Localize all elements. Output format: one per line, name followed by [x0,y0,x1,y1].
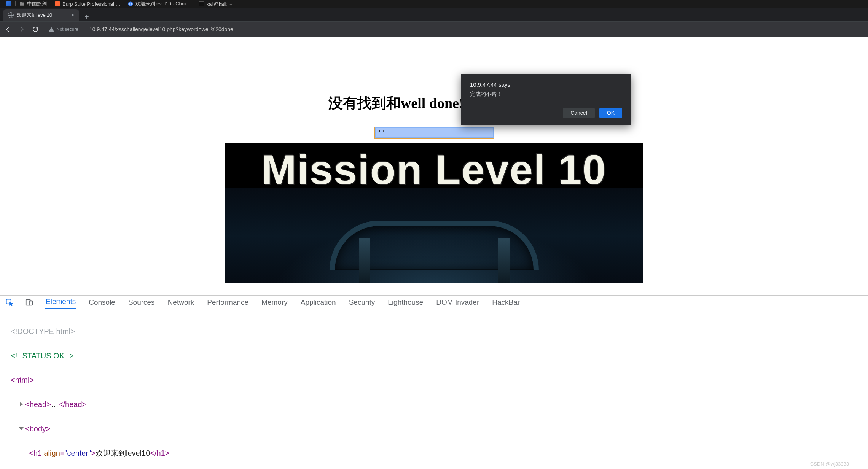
taskbar-item-label: kali@kali: ~ [206,1,232,7]
devtools-tab-console[interactable]: Console [88,296,116,309]
mission-pillar [498,238,510,283]
back-button[interactable] [4,25,12,33]
svg-rect-6 [29,301,32,305]
code-doctype: <!DOCTYPE html> [11,327,75,335]
taskbar-item-file-manager[interactable]: 中国蚁剑 [16,0,51,7]
code-h1[interactable]: <h1 align="center">欢迎来到level10</h1> [11,447,866,459]
devtools-tab-lighthouse[interactable]: Lighthouse [387,296,424,309]
chrome-icon [128,1,133,6]
alert-message: 完成的不错！ [470,91,622,98]
security-label: Not secure [56,27,78,32]
code-html-open: <html> [11,376,34,384]
alert-origin: 10.9.47.44 says [470,81,622,88]
address-bar[interactable]: 10.9.47.44/xsschallenge/level10.php?keyw… [89,26,864,32]
devtools-tab-dom-invader[interactable]: DOM Invader [435,296,480,309]
watermark: CSDN @wj33333 [810,461,849,467]
terminal-icon [199,1,204,6]
devtools-toolbar: Elements Console Sources Network Perform… [0,296,868,309]
devtools-dom-tree[interactable]: <!DOCTYPE html> <!--STATUS OK--> <html> … [0,309,868,469]
browser-tabstrip: 欢迎来到level10 × + [0,8,868,21]
forward-button[interactable] [18,25,26,33]
result-heading: 没有找到和well done!相关的结果. [0,94,868,113]
expand-icon[interactable] [20,402,23,407]
taskbar-item-kali[interactable] [2,1,15,6]
collapse-icon[interactable] [19,427,24,430]
mission-banner: Mission Level 10 [225,143,643,283]
svg-point-3 [130,3,132,5]
devtools-tab-hackbar[interactable]: HackBar [491,296,521,309]
taskbar-item-terminal[interactable]: kali@kali: ~ [195,1,236,7]
mission-title: Mission Level 10 [225,143,643,191]
taskbar-item-burp[interactable]: Burp Suite Professional … [51,1,124,7]
burp-icon [55,1,60,6]
reload-button[interactable] [31,25,40,33]
alert-dialog: 10.9.47.44 says 完成的不错！ Cancel OK [461,74,631,125]
os-taskbar: 中国蚁剑 Burp Suite Professional … 欢迎来到level… [0,0,868,8]
devtools-panel: Elements Console Sources Network Perform… [0,295,868,469]
taskbar-item-label: 欢迎来到level10 - Chro… [135,0,191,7]
page-content: 没有找到和well done!相关的结果. input 184.57 × 21.… [0,37,868,283]
taskbar-item-label: 中国蚁剑 [27,0,47,7]
devtools-tab-memory[interactable]: Memory [261,296,288,309]
page-viewport: 10.9.47.44 says 完成的不错！ Cancel OK 没有找到和we… [0,37,868,295]
devtools-tab-performance[interactable]: Performance [206,296,249,309]
taskbar-item-label: Burp Suite Professional … [62,1,120,7]
taskbar-item-chrome[interactable]: 欢迎来到level10 - Chro… [124,0,195,7]
devtools-tab-application[interactable]: Application [300,296,337,309]
devtools-tab-elements[interactable]: Elements [45,295,76,309]
code-comment: <!--STATUS OK--> [11,351,74,360]
mission-pillar [359,238,370,283]
devtools-tab-network[interactable]: Network [167,296,195,309]
security-badge[interactable]: Not secure [49,27,78,32]
tab-title: 欢迎来到level10 [17,12,52,19]
devtools-tab-sources[interactable]: Sources [127,296,156,309]
cancel-button[interactable]: Cancel [563,108,595,118]
browser-tab-active[interactable]: 欢迎来到level10 × [3,9,79,21]
new-tab-button[interactable]: + [79,13,94,21]
device-toolbar-button[interactable] [25,298,33,307]
ok-button[interactable]: OK [599,108,622,118]
globe-icon [8,12,14,18]
devtools-tab-security[interactable]: Security [348,296,376,309]
folder-icon [19,1,25,6]
svg-rect-0 [55,1,60,6]
warning-icon [49,27,54,32]
inspect-element-button[interactable] [5,298,14,307]
t-sort-input[interactable] [374,127,494,139]
tab-close-button[interactable]: × [71,12,75,19]
browser-toolbar: Not secure 10.9.47.44/xsschallenge/level… [0,21,868,37]
